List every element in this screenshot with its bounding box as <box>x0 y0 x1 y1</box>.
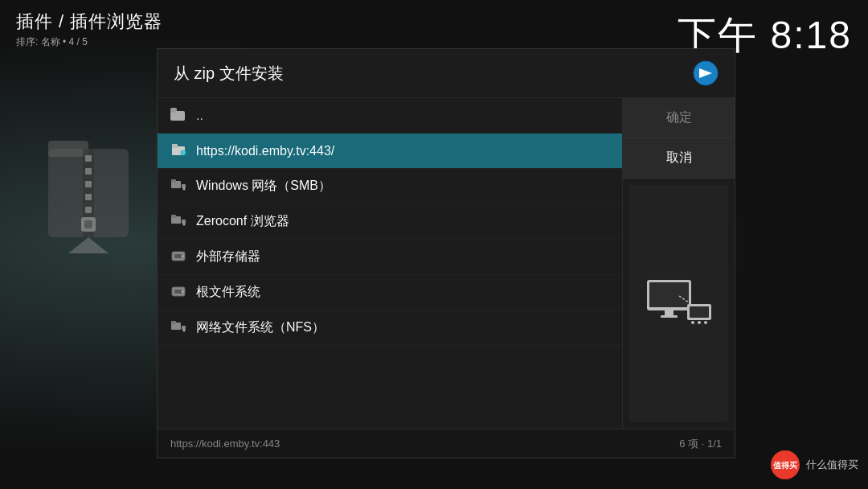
zip-folder-icon <box>44 125 133 257</box>
watermark: 值得买 什么值得买 <box>771 450 858 479</box>
list-item[interactable]: 外部存储器 <box>158 240 622 275</box>
svg-rect-9 <box>84 220 92 228</box>
svg-point-43 <box>691 321 694 324</box>
list-item[interactable]: Windows 网络（SMB） <box>158 169 622 204</box>
svg-rect-42 <box>690 306 709 318</box>
svg-rect-25 <box>182 220 186 224</box>
top-header: 插件 / 插件浏览器 排序: 名称 • 4 / 5 <box>16 10 162 49</box>
footer-path: https://kodi.emby.tv:443 <box>170 438 280 450</box>
confirm-button[interactable]: 确定 <box>623 98 735 138</box>
svg-point-29 <box>182 255 184 257</box>
computer-network-icon <box>643 276 715 332</box>
list-item[interactable]: https://kodi.emby.tv:443/ <box>158 134 622 169</box>
svg-point-22 <box>183 187 186 190</box>
smb-icon <box>170 179 186 195</box>
dialog-footer: https://kodi.emby.tv:443 6 项 · 1/1 <box>158 429 735 458</box>
svg-point-45 <box>704 321 707 324</box>
external-storage-label: 外部存储器 <box>196 249 260 265</box>
nfs-icon <box>170 320 186 336</box>
kodi-emby-label: https://kodi.emby.tv:443/ <box>196 144 334 158</box>
svg-point-26 <box>183 223 186 225</box>
svg-rect-21 <box>182 184 186 188</box>
kodi-logo <box>693 60 719 86</box>
svg-rect-40 <box>661 315 678 318</box>
svg-rect-5 <box>85 181 92 187</box>
svg-rect-4 <box>85 168 92 175</box>
list-item[interactable]: Zeroconf 浏览器 <box>158 204 622 240</box>
svg-point-32 <box>182 290 184 293</box>
svg-rect-14 <box>170 108 177 113</box>
svg-rect-7 <box>85 207 92 213</box>
watermark-text: 什么值得买 <box>806 458 858 472</box>
root-fs-label: 根文件系统 <box>196 284 260 301</box>
watermark-badge: 值得买 <box>771 450 800 479</box>
cancel-button[interactable]: 取消 <box>623 138 735 179</box>
svg-rect-35 <box>182 326 186 330</box>
svg-point-44 <box>698 321 701 324</box>
list-item[interactable]: 网络文件系统（NFS） <box>158 310 622 346</box>
nfs-label: 网络文件系统（NFS） <box>196 319 325 336</box>
svg-rect-38 <box>649 282 689 307</box>
svg-rect-6 <box>85 194 92 200</box>
root-fs-icon <box>170 284 186 302</box>
dialog-body: .. https://kodi.emby.tv:443/ <box>158 98 735 429</box>
dialog-header: 从 zip 文件安装 <box>158 49 735 98</box>
zeroconf-label: Zeroconf 浏览器 <box>196 213 289 230</box>
sort-info: 排序: 名称 • 4 / 5 <box>16 35 162 49</box>
svg-marker-10 <box>68 237 108 253</box>
breadcrumb: 插件 / 插件浏览器 <box>16 10 162 34</box>
preview-area <box>629 185 728 422</box>
file-list: .. https://kodi.emby.tv:443/ <box>158 98 622 429</box>
list-item[interactable]: 根文件系统 <box>158 275 622 310</box>
dialog-title: 从 zip 文件安装 <box>174 63 284 84</box>
zeroconf-icon <box>170 214 186 230</box>
svg-rect-20 <box>171 179 176 183</box>
external-storage-icon <box>170 249 186 266</box>
back-icon <box>170 108 186 124</box>
footer-count: 6 项 · 1/1 <box>679 437 722 451</box>
network-folder-icon <box>170 143 186 159</box>
svg-rect-16 <box>172 144 178 148</box>
smb-label: Windows 网络（SMB） <box>196 178 331 195</box>
svg-rect-3 <box>85 155 92 162</box>
svg-rect-24 <box>171 215 176 218</box>
back-label: .. <box>196 109 203 123</box>
right-panel: 确定 取消 <box>622 98 735 429</box>
svg-point-36 <box>183 329 186 331</box>
svg-rect-34 <box>171 321 176 324</box>
svg-rect-39 <box>665 310 674 315</box>
back-item[interactable]: .. <box>158 98 622 134</box>
svg-rect-1 <box>48 141 88 157</box>
dialog: 从 zip 文件安装 .. <box>157 48 735 458</box>
